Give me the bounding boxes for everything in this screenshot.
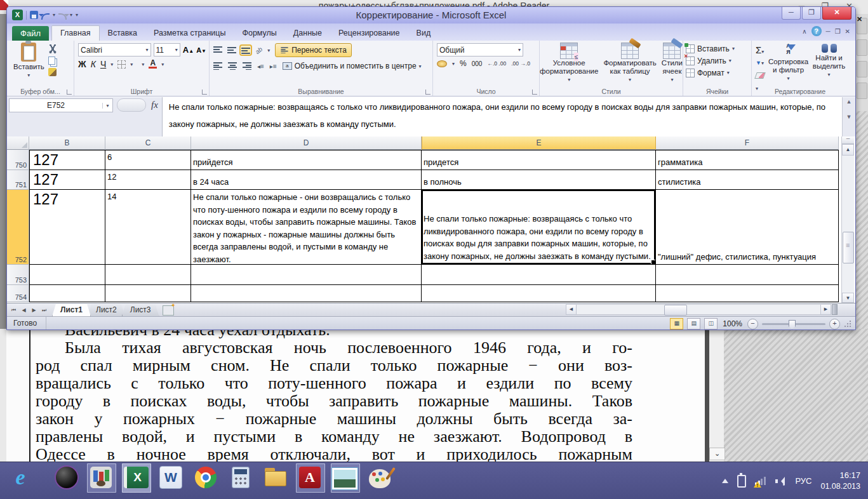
minimize-ribbon-icon[interactable]: ∧ bbox=[802, 28, 806, 35]
vertical-scroll-thumb[interactable] bbox=[843, 232, 854, 263]
font-dialog-launcher[interactable] bbox=[202, 90, 207, 95]
cell-C754[interactable] bbox=[105, 285, 191, 302]
reader-panel-close-icon[interactable]: ✕ bbox=[857, 15, 862, 23]
restore-button[interactable]: ❐ bbox=[802, 7, 821, 20]
font-color-icon[interactable]: А bbox=[149, 60, 157, 69]
cell-E750[interactable]: придется bbox=[422, 150, 656, 170]
scroll-down-button[interactable]: ▼ bbox=[842, 293, 854, 303]
close-button[interactable]: ✕ bbox=[822, 7, 851, 20]
column-header-e[interactable]: E bbox=[422, 136, 656, 150]
fill-icon[interactable]: ▼▾ bbox=[756, 60, 765, 66]
align-center-icon[interactable] bbox=[228, 62, 237, 70]
font-size-select[interactable]: 11▾ bbox=[154, 43, 180, 57]
show-hidden-icons[interactable] bbox=[722, 476, 728, 483]
photo-viewer-icon[interactable] bbox=[332, 465, 357, 490]
tab-split-handle[interactable] bbox=[832, 304, 838, 315]
cell-C751[interactable]: 12 bbox=[105, 170, 191, 190]
row-header-751[interactable]: 751 bbox=[7, 170, 29, 190]
tab-view[interactable]: Вид bbox=[408, 26, 439, 41]
pdf-scrollbar[interactable] bbox=[709, 329, 724, 462]
wrap-text-button[interactable]: Перенос текста bbox=[275, 43, 352, 57]
fill-handle[interactable] bbox=[651, 260, 656, 265]
align-left-icon[interactable] bbox=[213, 62, 222, 70]
cell-D752[interactable]: Не спали только пожарные - они возвращал… bbox=[191, 190, 422, 265]
borders-icon[interactable] bbox=[117, 60, 126, 69]
zoom-slider-thumb[interactable] bbox=[789, 320, 796, 329]
cell-F751[interactable]: стилистика bbox=[656, 170, 839, 190]
column-header-c[interactable]: C bbox=[105, 136, 191, 150]
grow-font-icon[interactable]: А▲ bbox=[183, 45, 194, 55]
cell-D753[interactable] bbox=[191, 265, 422, 285]
tab-formulas[interactable]: Формулы bbox=[234, 26, 284, 41]
italic-button[interactable]: К bbox=[91, 59, 96, 69]
decrease-decimal-icon[interactable]: .00 →.0 bbox=[511, 60, 530, 67]
excel-taskbar-icon[interactable]: X bbox=[123, 465, 149, 490]
column-header-d[interactable]: D bbox=[191, 136, 422, 150]
find-select-button[interactable]: Найти и выделить▾ bbox=[812, 43, 846, 87]
zoom-out-button[interactable]: − bbox=[747, 319, 758, 329]
shrink-font-icon[interactable]: А▼ bbox=[196, 46, 206, 54]
page-break-view-button[interactable]: ◫ bbox=[704, 318, 718, 329]
cell-styles-button[interactable]: Стили ячеек▾ bbox=[662, 43, 683, 87]
number-format-select[interactable]: Общий▾ bbox=[437, 43, 523, 57]
cut-icon[interactable] bbox=[48, 44, 57, 53]
first-sheet-icon[interactable]: ⏮ bbox=[10, 306, 18, 314]
workbook-restore-icon[interactable]: ❐ bbox=[835, 28, 841, 35]
conditional-formatting-button[interactable]: Условное форматирование▾ bbox=[540, 43, 598, 87]
paste-button[interactable]: Вставить▾ bbox=[13, 43, 44, 79]
cell-F750[interactable]: грамматика bbox=[656, 150, 839, 170]
number-dialog-launcher[interactable] bbox=[532, 90, 537, 95]
underline-button[interactable]: Ч bbox=[100, 59, 106, 69]
internet-explorer-icon[interactable]: e bbox=[8, 465, 33, 490]
cell-B753[interactable] bbox=[29, 265, 105, 285]
reader-panel-button[interactable] bbox=[857, 61, 867, 77]
align-top-icon[interactable] bbox=[213, 46, 222, 54]
insert-cells-button[interactable]: Вставить▾ bbox=[686, 43, 749, 55]
percent-icon[interactable]: % bbox=[460, 59, 467, 68]
zoom-in-button[interactable]: + bbox=[829, 319, 840, 329]
autosum-icon[interactable]: Σ▾ bbox=[756, 44, 765, 56]
sheet-tab-1[interactable]: Лист1 bbox=[52, 304, 91, 317]
last-sheet-icon[interactable]: ⏭ bbox=[40, 306, 48, 314]
column-header-b[interactable]: B bbox=[29, 136, 105, 150]
paint-icon[interactable] bbox=[367, 465, 392, 490]
increase-decimal-icon[interactable]: ←.0 .00 bbox=[487, 60, 506, 67]
resize-grip[interactable] bbox=[844, 320, 851, 328]
tab-insert[interactable]: Вставка bbox=[100, 26, 145, 41]
media-sphere-icon[interactable] bbox=[54, 465, 79, 490]
increase-indent-icon[interactable]: ▸≡ bbox=[270, 63, 277, 70]
cell-E751[interactable]: в полночь bbox=[422, 170, 656, 190]
reader-panel-button[interactable] bbox=[857, 83, 867, 99]
align-bottom-icon[interactable] bbox=[241, 46, 250, 54]
row-header-750[interactable]: 750 bbox=[7, 150, 29, 170]
formula-input[interactable]: Не спали только пожарные: возвращаясь с … bbox=[162, 97, 842, 137]
format-as-table-button[interactable]: Форматировать как таблицу▾ bbox=[603, 43, 656, 87]
adobe-reader-taskbar-icon[interactable]: A bbox=[297, 465, 323, 490]
scroll-up-button[interactable]: ▲ bbox=[842, 144, 854, 156]
clipboard-dialog-launcher[interactable] bbox=[67, 90, 72, 95]
sheet-tab-2[interactable]: Лист2 bbox=[88, 304, 125, 317]
volume-icon[interactable] bbox=[775, 476, 786, 486]
formula-bar-expand[interactable]: ▲▼ bbox=[842, 97, 855, 137]
tab-review[interactable]: Рецензирование bbox=[330, 26, 408, 41]
calculator-icon[interactable] bbox=[228, 465, 253, 490]
normal-view-button[interactable]: ▦ bbox=[670, 318, 683, 329]
cell-B751[interactable]: 127 bbox=[29, 170, 105, 190]
cell-B750[interactable]: 127 bbox=[29, 150, 105, 170]
tab-data[interactable]: Данные bbox=[285, 26, 330, 41]
clock[interactable]: 16:17 01.08.2013 bbox=[820, 470, 860, 492]
workbook-minimize-icon[interactable]: ─ bbox=[826, 28, 831, 35]
cell-D754[interactable] bbox=[191, 285, 422, 302]
currency-icon[interactable] bbox=[437, 60, 447, 67]
split-handle[interactable]: ─ bbox=[842, 136, 854, 144]
name-box[interactable]: E752 ▾ bbox=[9, 98, 113, 112]
scroll-right-button[interactable]: ▶ bbox=[820, 304, 831, 315]
language-indicator[interactable]: РУС bbox=[795, 476, 811, 486]
sort-filter-button[interactable]: АЯ Сортировка и фильтр▾ bbox=[768, 43, 808, 87]
select-all-corner[interactable] bbox=[7, 136, 29, 150]
row-header-753[interactable]: 753 bbox=[7, 265, 29, 285]
cell-B752[interactable]: 127 bbox=[29, 190, 105, 265]
word-taskbar-icon[interactable]: W bbox=[158, 465, 184, 490]
insert-worksheet-icon[interactable] bbox=[163, 305, 174, 316]
page-layout-view-button[interactable]: ▤ bbox=[687, 318, 700, 329]
